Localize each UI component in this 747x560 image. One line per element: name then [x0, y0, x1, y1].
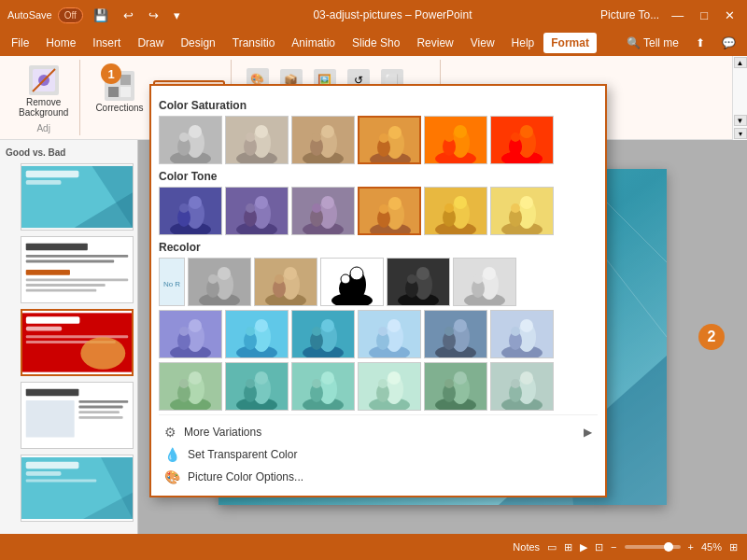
svg-point-55 [246, 203, 255, 213]
ribbon-scroll-down[interactable]: ▼ [734, 115, 747, 126]
recolor-sepia[interactable] [254, 258, 317, 306]
svg-point-31 [379, 133, 388, 143]
menu-home[interactable]: Home [38, 33, 83, 53]
svg-point-105 [407, 274, 416, 284]
tone-4[interactable] [358, 187, 421, 235]
zoom-slider[interactable] [625, 545, 681, 549]
menu-slideshow[interactable]: Slide Sho [345, 33, 407, 53]
svg-point-141 [444, 327, 454, 336]
svg-point-183 [511, 379, 520, 388]
redo-button[interactable]: ↪ [144, 7, 163, 24]
menu-search[interactable]: 🔍 Tell me [619, 33, 686, 53]
recolor-navy[interactable] [490, 310, 554, 358]
remove-background-button[interactable]: RemoveBackground [13, 63, 74, 120]
menu-share[interactable]: ⬆ [688, 33, 712, 53]
menu-animations[interactable]: Animatio [284, 33, 343, 53]
recolor-teal[interactable] [291, 310, 355, 358]
slide-6-thumb[interactable] [21, 309, 134, 376]
transparent-icon: 💧 [164, 447, 180, 462]
recolor-dark[interactable] [387, 258, 450, 306]
svg-point-35 [454, 125, 467, 138]
view-normal-icon[interactable]: ▭ [547, 541, 557, 553]
sat66-preview [292, 117, 354, 163]
recolor-black-white[interactable] [320, 258, 384, 306]
recolor-light-blue[interactable] [358, 310, 421, 358]
ribbon-group-background: RemoveBackground Adj [7, 60, 80, 135]
tone-3[interactable] [291, 187, 355, 235]
menu-draw[interactable]: Draw [130, 33, 171, 53]
fit-slide-button[interactable]: ⊞ [729, 541, 738, 553]
view-presenter-icon[interactable]: ⊡ [595, 541, 603, 553]
view-slide-sorter-icon[interactable]: ⊞ [564, 541, 572, 553]
saturation-66[interactable] [291, 116, 355, 164]
more-variations-icon: ⚙ [164, 425, 176, 440]
menu-design[interactable]: Design [173, 33, 222, 53]
maximize-button[interactable]: □ [696, 7, 712, 24]
recolor-green1[interactable] [159, 362, 222, 411]
ribbon-expand[interactable]: ▾ [734, 128, 747, 139]
tone-1[interactable] [159, 187, 222, 235]
step2-badge: 2 [698, 324, 725, 350]
customize-qat-button[interactable]: ▾ [169, 7, 185, 24]
view-reading-icon[interactable]: ▶ [580, 541, 587, 553]
slide-4-wrapper: 4 [4, 161, 134, 232]
zoom-in-icon[interactable]: + [688, 541, 694, 553]
svg-point-25 [312, 133, 321, 142]
sat200-preview [491, 117, 553, 163]
svg-point-139 [454, 319, 467, 332]
menu-review[interactable]: Review [409, 33, 460, 53]
slide-5-thumb[interactable] [21, 236, 134, 303]
picture-color-options-item[interactable]: 🎨 Picture Color Options... [159, 466, 598, 488]
set-transparent-label: Set Transparent Color [188, 448, 297, 461]
recolor-green2[interactable] [225, 362, 289, 411]
more-variations-item[interactable]: ⚙ More Variations ▶ [159, 421, 598, 443]
menu-transitions[interactable]: Transitio [225, 33, 283, 53]
set-transparent-item[interactable]: 💧 Set Transparent Color [159, 443, 598, 466]
menu-format[interactable]: Format [543, 33, 597, 53]
recolor-grayscale[interactable] [188, 258, 251, 306]
zoom-out-icon[interactable]: − [611, 541, 616, 553]
svg-point-59 [321, 196, 334, 209]
recolor-forest[interactable] [490, 362, 554, 411]
slide-7-thumb[interactable] [21, 382, 134, 449]
recolor-cyan[interactable] [225, 310, 289, 358]
saturation-0[interactable] [159, 116, 222, 164]
recolor-light[interactable] [453, 258, 516, 306]
menu-comments[interactable]: 💬 [714, 33, 743, 53]
undo-button[interactable]: ↩ [119, 7, 138, 24]
tone-6[interactable] [490, 187, 554, 235]
title-bar: AutoSave Off 💾 ↩ ↪ ▾ 03-adjust-pictures … [0, 0, 747, 30]
minimize-button[interactable]: — [667, 7, 688, 24]
menu-help[interactable]: Help [504, 33, 543, 53]
svg-rect-205 [26, 389, 79, 397]
menu-view[interactable]: View [463, 33, 502, 53]
tone-5[interactable] [424, 187, 487, 235]
recolor-none-icon[interactable]: No R [159, 258, 185, 306]
color-dropdown-panel: Color Saturation [149, 84, 607, 497]
recolor-sage[interactable] [424, 362, 487, 411]
notes-button[interactable]: Notes [513, 541, 540, 553]
corrections-label: Corrections [95, 103, 143, 113]
menu-insert[interactable]: Insert [85, 33, 128, 53]
saturation-100[interactable] [358, 116, 421, 164]
color-tone-grid [159, 187, 598, 235]
save-button[interactable]: 💾 [89, 7, 113, 24]
slide-8-thumb[interactable] [21, 455, 134, 522]
autosave-toggle[interactable]: Off [58, 7, 83, 23]
tone-2[interactable] [225, 187, 289, 235]
ribbon-scroll-up[interactable]: ▲ [734, 57, 747, 68]
saturation-150[interactable] [424, 116, 487, 164]
sat33-preview [226, 117, 288, 163]
slide-4-thumb[interactable] [21, 163, 134, 231]
recolor-blue1[interactable] [159, 310, 222, 358]
close-button[interactable]: ✕ [720, 7, 740, 24]
menu-file[interactable]: File [4, 33, 36, 53]
svg-point-165 [312, 379, 321, 388]
svg-point-103 [416, 267, 430, 280]
svg-rect-199 [26, 316, 80, 324]
saturation-200[interactable] [490, 116, 554, 164]
recolor-teal2[interactable] [358, 362, 421, 411]
recolor-mint[interactable] [291, 362, 355, 411]
recolor-steel[interactable] [424, 310, 487, 358]
saturation-33[interactable] [225, 116, 289, 164]
